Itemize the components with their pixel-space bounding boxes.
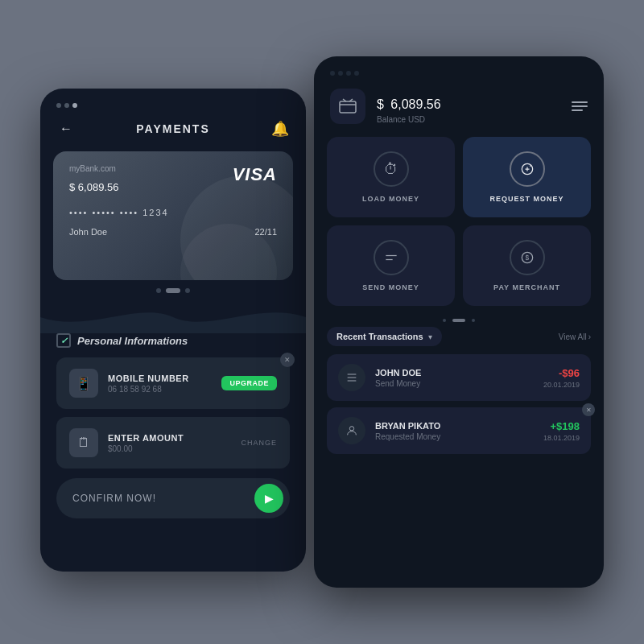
payments-nav: ← PAYMENTS 🔔 (40, 116, 306, 148)
upgrade-button[interactable]: UPGRADE (221, 376, 277, 390)
div-dot-3 (472, 319, 475, 322)
load-money-label: LOAD MONEY (362, 195, 419, 203)
balance-label: Balance USD (377, 115, 444, 124)
menu-bar-3 (572, 109, 583, 111)
close-bryan-card[interactable]: ✕ (582, 403, 595, 416)
left-top-bar (40, 89, 306, 116)
card-expiry: 22/11 (254, 227, 277, 237)
request-money-icon (510, 151, 545, 187)
card-footer: John Doe 22/11 (69, 227, 277, 237)
rdot-2 (338, 71, 343, 76)
bryan-avatar (338, 417, 365, 444)
card-indicator-2[interactable] (166, 288, 180, 293)
svg-rect-0 (340, 101, 356, 113)
john-type: Send Money (375, 379, 534, 388)
wallet-icon (330, 89, 365, 124)
send-money-button[interactable]: SEND MONEY (327, 225, 455, 306)
phone-left: ← PAYMENTS 🔔 myBank.com $ 6,089.56 •••• … (40, 89, 306, 572)
confirm-button[interactable]: CONFIRM NOW! ▶ (56, 478, 290, 518)
pay-merchant-icon: $ (510, 240, 545, 275)
card-indicators (40, 288, 306, 293)
div-dot-active (452, 319, 465, 322)
dot-3 (72, 103, 77, 108)
load-money-button[interactable]: ⏱ LOAD MONEY (327, 137, 455, 217)
transaction-item-john[interactable]: JOHN DOE Send Money -$96 20.01.2019 (327, 354, 591, 401)
card-container: myBank.com $ 6,089.56 •••• ••••• •••• 12… (40, 151, 306, 280)
transactions-title: Recent Transactions (336, 332, 423, 341)
bryan-info: BRYAN PIKATO Requested Money (375, 421, 534, 441)
visa-card[interactable]: myBank.com $ 6,089.56 •••• ••••• •••• 12… (53, 151, 293, 280)
mobile-number-card[interactable]: 📱 MOBILE NUMBER 06 18 58 92 68 UPGRADE ✕ (56, 357, 290, 409)
personal-section: ✓ Personal Informations 📱 MOBILE NUMBER … (40, 333, 306, 469)
notification-icon[interactable]: 🔔 (270, 119, 290, 138)
rdot-4 (354, 71, 359, 76)
mobile-icon: 📱 (69, 369, 98, 398)
card-holder-name: John Doe (69, 227, 107, 237)
svg-point-9 (349, 427, 353, 431)
right-top-bar (314, 56, 604, 84)
request-money-button[interactable]: REQUEST MONEY (463, 137, 591, 217)
section-title: ✓ Personal Informations (56, 333, 290, 348)
bryan-date: 18.01.2019 (543, 434, 580, 442)
bryan-type: Requested Money (375, 432, 534, 441)
confirm-button-label: CONFIRM NOW! (72, 493, 156, 504)
john-date: 20.01.2019 (543, 381, 580, 389)
rdot-1 (330, 71, 335, 76)
balance-info: $ 6,089.56 Balance USD (377, 89, 444, 124)
section-title-text: Personal Informations (77, 335, 188, 347)
menu-bar-1 (572, 101, 588, 103)
send-money-label: SEND MONEY (362, 283, 419, 291)
wave-divider (40, 301, 306, 333)
bryan-name: BRYAN PIKATO (375, 421, 534, 431)
pay-merchant-button[interactable]: $ PAY MERCHANT (463, 225, 591, 306)
send-money-icon (374, 240, 409, 275)
section-divider (314, 314, 604, 327)
balance-section: $ 6,089.56 Balance USD (314, 84, 604, 137)
change-button[interactable]: CHANGE (241, 439, 277, 447)
john-amount: -$96 (543, 367, 580, 379)
status-dots (56, 103, 77, 108)
mobile-card-title: MOBILE NUMBER (108, 374, 212, 383)
close-mobile-card[interactable]: ✕ (280, 353, 295, 367)
page-title: PAYMENTS (136, 122, 209, 135)
pay-merchant-label: PAY MERCHANT (493, 283, 560, 291)
div-dot-1 (443, 319, 446, 322)
dot-1 (56, 103, 61, 108)
checkbox-icon: ✓ (56, 333, 71, 348)
john-name: JOHN DOE (375, 368, 534, 378)
rdot-3 (346, 71, 351, 76)
back-button[interactable]: ← (56, 119, 76, 138)
amount-card-sub: $00.00 (108, 444, 231, 453)
svg-text:$: $ (525, 254, 529, 262)
john-amount-block: -$96 20.01.2019 (543, 367, 580, 389)
dropdown-arrow-icon: ▾ (428, 332, 432, 341)
card-indicator-1[interactable] (156, 288, 161, 293)
transactions-dropdown[interactable]: Recent Transactions ▾ (327, 327, 442, 346)
load-money-icon: ⏱ (374, 151, 409, 187)
bryan-amount: +$198 (543, 420, 580, 432)
menu-icon[interactable] (572, 101, 588, 111)
view-all-link[interactable]: View All › (559, 332, 591, 341)
dot-2 (64, 103, 69, 108)
amount-card-content: ENTER AMOUNT $00.00 (108, 433, 231, 453)
john-avatar (338, 364, 365, 391)
john-info: JOHN DOE Send Money (375, 368, 534, 388)
mobile-card-sub: 06 18 58 92 68 (108, 385, 212, 394)
bryan-amount-block: +$198 18.01.2019 (543, 420, 580, 442)
transactions-section: Recent Transactions ▾ View All › (314, 327, 604, 454)
amount-card[interactable]: 🗒 ENTER AMOUNT $00.00 CHANGE (56, 417, 290, 469)
amount-icon: 🗒 (69, 428, 98, 457)
menu-bar-2 (572, 105, 588, 107)
transaction-item-bryan[interactable]: BRYAN PIKATO Requested Money +$198 18.01… (327, 407, 591, 454)
right-status-dots (330, 71, 359, 76)
scene: ← PAYMENTS 🔔 myBank.com $ 6,089.56 •••• … (40, 56, 604, 588)
card-indicator-3[interactable] (185, 288, 190, 293)
amount-card-title: ENTER AMOUNT (108, 433, 231, 443)
action-grid: ⏱ LOAD MONEY REQUEST MONEY (314, 137, 604, 306)
transactions-header: Recent Transactions ▾ View All › (327, 327, 591, 346)
balance-amount: $ 6,089.56 (377, 89, 444, 114)
phone-right: $ 6,089.56 Balance USD ⏱ LOAD MONEY (314, 56, 604, 588)
mobile-card-content: MOBILE NUMBER 06 18 58 92 68 (108, 374, 212, 394)
visa-logo: VISA (233, 164, 277, 185)
confirm-arrow-icon: ▶ (254, 484, 283, 513)
